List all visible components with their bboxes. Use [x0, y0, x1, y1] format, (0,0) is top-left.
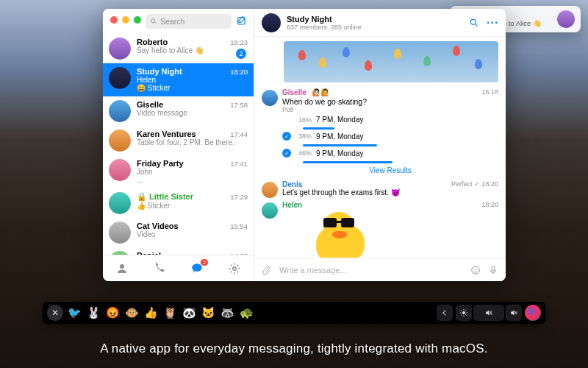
notification-avatar	[557, 10, 575, 28]
svg-point-0	[151, 19, 155, 23]
poll-option[interactable]: ✓46%9 PM, Monday	[282, 149, 498, 158]
conversation-pane: Study Night 637 members, 285 online ···	[254, 9, 506, 281]
messages-scroll[interactable]: Giselle 🙋🏻🙋 16:18 When do we go skating?…	[254, 37, 506, 258]
touchbar-sticker[interactable]: 👍	[143, 305, 159, 321]
avatar	[109, 38, 131, 60]
touchbar-sticker[interactable]: 🐱	[200, 305, 216, 321]
chat-list-item[interactable]: Daniel14:28Do you have any idea what	[103, 247, 254, 255]
chat-preview: Say hello to Alice 👋	[137, 46, 248, 55]
svg-point-3	[120, 264, 124, 269]
search-in-chat-button[interactable]	[469, 18, 481, 28]
attach-button[interactable]	[262, 265, 272, 275]
emoji-button[interactable]	[470, 265, 481, 275]
smile-icon	[470, 265, 481, 275]
chat-list-item[interactable]: Giselle17:58Video message	[103, 96, 254, 126]
message-time: 16:18	[481, 88, 498, 96]
touchbar-mute-button[interactable]	[506, 305, 522, 321]
svg-line-18	[466, 315, 467, 316]
compose-button[interactable]	[236, 15, 248, 27]
touchbar-brightness-button[interactable]	[456, 305, 472, 321]
poll-option[interactable]: 16%7 PM, Monday	[282, 116, 498, 124]
voice-button[interactable]	[488, 265, 498, 275]
avatar	[109, 192, 131, 214]
touchbar-volume-button[interactable]	[473, 305, 504, 321]
chat-name: Study Night	[137, 67, 182, 76]
chat-sender: Helen	[137, 76, 248, 84]
tab-settings[interactable]	[226, 261, 243, 277]
message-text: Denis Perfect ✓ 18:20 Let's get through …	[254, 179, 506, 199]
avatar	[109, 67, 131, 89]
app-window: Search Roberto18:23Say hello to Alice 👋2…	[103, 9, 506, 281]
chat-list-item[interactable]: Cat Videos15:54Video	[103, 218, 254, 247]
chat-time: 17:41	[230, 160, 248, 168]
touchbar-sticker[interactable]: 🐢	[238, 305, 254, 321]
tab-contacts[interactable]	[114, 261, 130, 277]
svg-point-5	[233, 266, 237, 270]
poll-percent: 46%	[295, 149, 312, 157]
tab-calls[interactable]	[151, 261, 168, 277]
more-button[interactable]: ···	[487, 16, 498, 29]
maximize-button[interactable]	[134, 16, 141, 24]
chat-list-item[interactable]: Friday Party17:41John...	[103, 155, 254, 188]
svg-rect-11	[492, 266, 495, 270]
message-time: 18:20	[481, 201, 498, 208]
chat-sender: John	[137, 168, 248, 176]
avatar[interactable]	[262, 202, 278, 219]
chat-list-item[interactable]: Roberto18:23Say hello to Alice 👋2	[103, 34, 254, 63]
chat-list-item[interactable]: Study Night18:20Helen😄 Sticker	[103, 63, 254, 96]
touchbar-siri-button[interactable]	[525, 305, 541, 321]
chat-avatar[interactable]	[262, 13, 281, 32]
touchbar-sticker[interactable]: 🦉	[162, 305, 178, 321]
chat-header: Study Night 637 members, 285 online ···	[254, 9, 506, 37]
avatar[interactable]	[262, 182, 278, 198]
duck-sticker[interactable]	[310, 210, 375, 258]
volume-icon	[484, 308, 494, 317]
touchbar-sticker[interactable]: 🐵	[123, 305, 140, 321]
touchbar-sticker[interactable]: 🐦	[66, 305, 82, 321]
touchbar-sticker[interactable]: 🐼	[181, 305, 197, 321]
svg-point-10	[476, 269, 477, 269]
search-placeholder: Search	[160, 17, 184, 26]
message-input[interactable]	[279, 266, 463, 275]
chat-time: 14:28	[230, 252, 248, 255]
svg-line-7	[476, 24, 478, 26]
mute-icon	[509, 308, 519, 317]
touchbar-sticker[interactable]: 😡	[104, 305, 121, 321]
check-icon: ✓	[282, 132, 291, 141]
chat-time: 15:54	[230, 222, 248, 230]
chat-list-item[interactable]: 🔒 Little Sister17:29👍 Sticker	[103, 188, 254, 218]
gear-icon	[228, 262, 241, 275]
chat-name: Karen Ventures	[137, 130, 196, 138]
chat-preview: Table for four, 2 PM. Be there.	[137, 138, 248, 147]
chat-list-item[interactable]: Karen Ventures17:44Table for four, 2 PM.…	[103, 126, 254, 155]
avatar	[109, 222, 131, 244]
poll-question: When do we go skating?	[282, 97, 498, 106]
avatar[interactable]	[262, 90, 278, 106]
sidebar: Search Roberto18:23Say hello to Alice 👋2…	[103, 9, 254, 281]
message-poll: Giselle 🙋🏻🙋 16:18 When do we go skating?…	[254, 87, 506, 179]
avatar	[109, 159, 131, 181]
poll-option[interactable]: ✓38%9 PM, Monday	[282, 132, 498, 141]
chat-title: Study Night	[287, 15, 463, 24]
window-controls	[110, 16, 141, 24]
touchbar-sticker[interactable]: 🦝	[219, 305, 235, 321]
tab-chats[interactable]: 2	[189, 261, 205, 277]
touchbar-sticker[interactable]: 🐰	[85, 305, 101, 321]
view-results-button[interactable]: View Results	[282, 163, 498, 177]
chat-time: 18:23	[230, 38, 248, 46]
touchbar-expand-button[interactable]	[437, 305, 453, 321]
minimize-button[interactable]	[122, 16, 129, 24]
poll-option-label: 9 PM, Monday	[316, 149, 363, 158]
svg-line-19	[466, 311, 467, 311]
chat-name: Cat Videos	[137, 222, 179, 230]
poll-percent: 38%	[295, 132, 312, 140]
search-input[interactable]: Search	[146, 14, 232, 29]
touchbar-close-button[interactable]: ✕	[47, 305, 63, 321]
shared-photo[interactable]	[284, 41, 498, 82]
svg-line-20	[462, 315, 462, 316]
chat-subtitle: 637 members, 285 online	[287, 24, 463, 31]
chat-time: 17:29	[230, 193, 248, 201]
close-button[interactable]	[110, 16, 118, 24]
sender-name: Helen	[282, 201, 302, 209]
message-time: Perfect ✓ 18:20	[451, 180, 498, 188]
